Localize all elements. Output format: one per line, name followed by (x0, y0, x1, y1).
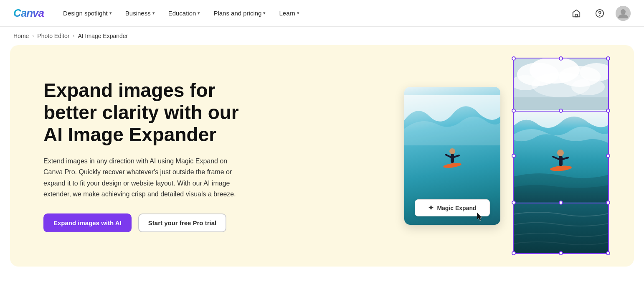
help-button[interactable] (592, 6, 607, 21)
svg-rect-18 (513, 97, 609, 110)
breadcrumb: Home › Photo Editor › AI Image Expander (0, 27, 644, 45)
svg-rect-0 (575, 14, 578, 16)
nav-item-education[interactable]: Education ▾ (162, 6, 206, 20)
svg-point-22 (557, 150, 564, 156)
cursor-icon (477, 212, 484, 221)
svg-line-9 (454, 155, 459, 157)
expand-images-button[interactable]: Expand images with AI (43, 213, 132, 232)
svg-rect-6 (451, 154, 454, 163)
breadcrumb-separator-1: › (32, 33, 34, 39)
hero-images: ✦ Magic Expand (404, 45, 609, 267)
breadcrumb-separator-2: › (73, 33, 74, 39)
svg-rect-25 (513, 202, 609, 254)
avatar[interactable] (616, 6, 631, 21)
svg-point-4 (621, 9, 626, 14)
nav-label: Education (168, 10, 196, 17)
logo[interactable]: Canva (13, 7, 44, 20)
svg-point-7 (449, 148, 455, 154)
expanded-bottom-section (513, 202, 609, 254)
user-icon (616, 6, 631, 21)
home-icon (572, 9, 581, 18)
svg-point-2 (600, 15, 600, 15)
wave-foam (404, 95, 500, 145)
pro-trial-button[interactable]: Start your free Pro trial (138, 213, 226, 232)
magic-expand-label: Magic Expand (437, 205, 476, 211)
chevron-down-icon: ▾ (198, 10, 200, 16)
breadcrumb-current: AI Image Expander (78, 33, 128, 39)
hero-title: Expand images for better clarity with ou… (43, 79, 261, 146)
nav-item-design-spotlight[interactable]: Design spotlight ▾ (57, 6, 118, 20)
chevron-down-icon: ▾ (109, 10, 112, 16)
svg-line-8 (446, 155, 451, 157)
original-image-card: ✦ Magic Expand (404, 87, 500, 225)
expanded-top-section (513, 58, 609, 110)
nav-label: Design spotlight (63, 10, 108, 17)
chevron-down-icon: ▾ (263, 10, 266, 16)
ocean-art (513, 110, 609, 202)
canva-logo-text: Canva (13, 7, 44, 19)
home-button[interactable] (569, 6, 584, 21)
breadcrumb-photo-editor[interactable]: Photo Editor (37, 33, 69, 39)
nav-label: Business (125, 10, 151, 17)
hero-content: Expand images for better clarity with ou… (43, 79, 261, 232)
hero-buttons: Expand images with AI Start your free Pr… (43, 213, 261, 232)
breadcrumb-home[interactable]: Home (13, 33, 29, 39)
nav-item-business[interactable]: Business ▾ (119, 6, 161, 20)
nav-item-plans[interactable]: Plans and pricing ▾ (208, 6, 271, 20)
nav-item-learn[interactable]: Learn ▾ (273, 6, 305, 20)
sky-art (513, 58, 609, 110)
nav-label: Learn (279, 10, 295, 17)
chevron-down-icon: ▾ (152, 10, 155, 16)
navbar-right (569, 6, 631, 21)
nav-label: Plans and pricing (213, 10, 261, 17)
magic-stars-icon: ✦ (428, 204, 434, 212)
svg-rect-21 (559, 156, 563, 166)
expanded-image-card (513, 58, 609, 254)
svg-point-5 (443, 162, 462, 169)
help-icon (595, 9, 604, 18)
ocean-depth-art (513, 202, 609, 254)
chevron-down-icon: ▾ (297, 10, 299, 16)
hero-section: Expand images for better clarity with ou… (10, 45, 634, 267)
navbar: Canva Design spotlight ▾ Business ▾ Educ… (0, 0, 644, 27)
svg-point-17 (532, 72, 590, 97)
hero-description: Extend images in any direction with AI u… (43, 156, 240, 200)
expanded-mid-section (513, 110, 609, 202)
nav-links: Design spotlight ▾ Business ▾ Education … (57, 6, 569, 20)
